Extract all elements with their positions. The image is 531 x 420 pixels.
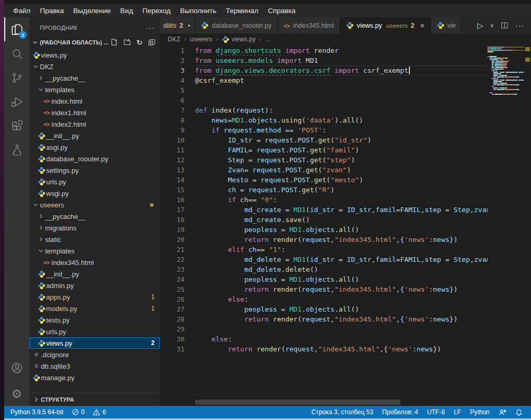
tree-item-wsgi.py[interactable]: wsgi.py [29, 187, 160, 199]
tree-item-views.py[interactable]: views.py2 [29, 337, 160, 349]
activity-account-icon[interactable] [4, 356, 29, 380]
code-line-1[interactable]: 1from django.shortcuts import render [160, 46, 487, 56]
code-line-14[interactable]: 14 Mesto = request.POST.get("mesto") [160, 175, 487, 185]
tree-item-settings.py[interactable]: settings.py [29, 164, 160, 176]
horizontal-scrollbar[interactable] [195, 400, 400, 405]
code-line-31[interactable]: 31 return render(request,"index345.html"… [160, 344, 487, 354]
overview-ruler[interactable] [524, 45, 531, 406]
code-line-11[interactable]: 11 FAMIL= request.POST.get("famil") [160, 145, 487, 155]
tab-views.py[interactable]: views.pyuseeers2× [340, 17, 431, 34]
status-item-warning-icon[interactable]: 6 [93, 408, 106, 416]
code-line-13[interactable]: 13 Zvan= request.POST.get("zvan") [160, 165, 487, 175]
tree-item-static[interactable]: static [29, 234, 160, 245]
activity-source-control-icon[interactable] [4, 65, 29, 90]
menu-item[interactable]: Выделение [69, 5, 116, 16]
code-line-20[interactable]: 20 return render(request,"index345.html"… [160, 235, 487, 245]
tree-item-models.py[interactable]: models.py1 [29, 303, 160, 314]
menu-item[interactable]: Файл [8, 5, 35, 16]
code-line-17[interactable]: 17 md_create = MD1(id_str = ID_str,famil… [160, 205, 487, 215]
close-icon[interactable]: × [420, 21, 424, 30]
activity-explorer-icon[interactable]: 2 [4, 17, 29, 41]
code-line-27[interactable]: 27 peopless = MD1.objects.all() [160, 304, 487, 314]
collapse-all-icon[interactable] [148, 38, 156, 46]
code-line-7[interactable]: 7def index(request): [160, 105, 487, 115]
tree-item-index345.html[interactable]: <>index345.html [29, 257, 160, 268]
tree-item-__init__.py[interactable]: __init__.py [29, 130, 160, 141]
code-lines[interactable]: 1from django.shortcuts import render2fro… [160, 45, 487, 406]
menu-item[interactable]: Выполнить [175, 5, 221, 16]
tree-item-__init__.py[interactable]: __init__.py [29, 268, 160, 280]
tree-item-manage.py[interactable]: manage.py [29, 372, 160, 383]
tree-item-templates[interactable]: templates [29, 84, 160, 95]
code-line-10[interactable]: 10 ID_str = request.POST.get("id_str") [160, 135, 487, 145]
more-actions-icon[interactable]: ··· [515, 21, 524, 30]
tree-item-.dcignore[interactable]: ≡.dcignore [29, 349, 160, 360]
tree-item-__pycache__[interactable]: __pycache__ [29, 211, 160, 222]
code-line-8[interactable]: 8 news=MD1.objects.using('daata').all() [160, 115, 487, 125]
activity-run-debug-icon[interactable] [4, 90, 29, 114]
menu-item[interactable]: Справка [263, 5, 300, 16]
menu-item[interactable]: Переход [138, 5, 176, 16]
code-line-22[interactable]: 22 md_delete = MD1(id_str = ID_str,famil… [160, 255, 487, 264]
breadcrumb-item-useeers[interactable]: useeers [190, 36, 212, 43]
activity-testing-icon[interactable] [4, 138, 29, 162]
tree-item-urls.py[interactable]: urls.py [29, 326, 160, 337]
code-line-28[interactable]: 28 return render(request,"index345.html"… [160, 314, 487, 324]
tree-item-index2.html[interactable]: <>index2.html [29, 118, 160, 130]
code-line-19[interactable]: 19 peopless = MD1.objects.all() [160, 225, 487, 235]
breadcrumb-item-DKZ[interactable]: DKZ [168, 36, 180, 43]
breadcrumb-item-views.py[interactable]: views.py [222, 36, 256, 43]
status-item[interactable]: Python [470, 408, 490, 416]
tree-item-apps.py[interactable]: apps.py1 [29, 291, 160, 303]
menu-item[interactable]: Терминал [221, 5, 263, 16]
split-editor-icon[interactable] [501, 21, 508, 29]
tree-item-views.py[interactable]: views.py [29, 49, 160, 61]
code-line-9[interactable]: 9 if request.method == 'POST': [160, 125, 487, 135]
activity-settings-gear-icon[interactable]: ⚙ [4, 382, 29, 406]
code-line-16[interactable]: 16 if ch== "0": [160, 195, 487, 205]
menu-item[interactable]: Правка [35, 5, 69, 16]
tree-item-tests.py[interactable]: tests.py [29, 314, 160, 326]
tab-database_roouter.py[interactable]: database_roouter.py [195, 17, 278, 34]
menu-item[interactable]: Вид [115, 5, 137, 16]
tree-item-DKZ[interactable]: DKZ [29, 61, 160, 72]
code-line-15[interactable]: 15 ch = request.POST.get("R") [160, 185, 487, 195]
tree-item-migrations[interactable]: migrations [29, 222, 160, 234]
tree-item-asgi.py[interactable]: asgi.py [29, 141, 160, 153]
status-item[interactable]: LF [454, 408, 461, 416]
status-item[interactable]: Пробелов: 4 [382, 408, 418, 416]
tree-item-admin.py[interactable]: admin.py [29, 280, 160, 291]
code-line-12[interactable]: 12 Step = request.POST.get("step") [160, 155, 487, 165]
code-line-3[interactable]: 3from django.views.decorators.csrf impor… [160, 65, 487, 75]
status-item[interactable]: Python 3.9.5 64-bit [10, 408, 63, 416]
tree-item-urls.py[interactable]: urls.py [29, 176, 160, 187]
tab-diiits[interactable]: diiits2● [160, 17, 195, 34]
code-line-30[interactable]: 30 else: [160, 334, 487, 344]
code-line-26[interactable]: 26 else: [160, 294, 487, 304]
new-file-icon[interactable] [110, 38, 118, 46]
status-item-error-icon[interactable]: 0 [72, 408, 85, 416]
status-item-bell-icon[interactable] [515, 408, 523, 416]
tab-index345.html[interactable]: <>index345.html [278, 17, 340, 34]
minimap[interactable] [487, 45, 524, 406]
status-item[interactable]: Строка 3, столбец 53 [311, 408, 373, 416]
tree-item-templates[interactable]: templates [29, 245, 160, 257]
tab-vie[interactable]: vie [431, 17, 460, 34]
code-line-4[interactable]: 4@csrf_exempt [160, 75, 487, 85]
chevron-down-icon[interactable]: ∨ [490, 23, 494, 28]
explorer-more-icon[interactable]: ··· [146, 24, 155, 32]
activity-search-icon[interactable] [4, 41, 29, 65]
run-icon[interactable]: ▷ [477, 21, 483, 29]
status-item[interactable]: UTF-8 [427, 408, 445, 416]
code-editor[interactable]: 1from django.shortcuts import render2fro… [160, 45, 531, 406]
activity-extensions-icon[interactable] [4, 114, 29, 138]
code-line-6[interactable]: 6 [160, 95, 487, 105]
code-line-29[interactable]: 29 [160, 324, 487, 334]
refresh-icon[interactable]: ↻ [136, 39, 143, 46]
tree-item-useeers[interactable]: useeers [29, 199, 160, 211]
workspace-section-header[interactable]: (РАБОЧАЯ ОБЛАСТЬ) ... ↻ [29, 36, 160, 48]
code-line-5[interactable]: 5 [160, 85, 487, 95]
code-line-18[interactable]: 18 md_create.save() [160, 215, 487, 225]
code-line-21[interactable]: 21 elif ch== "1": [160, 245, 487, 255]
outline-section-header[interactable]: СТРУКТУРА [29, 393, 160, 406]
